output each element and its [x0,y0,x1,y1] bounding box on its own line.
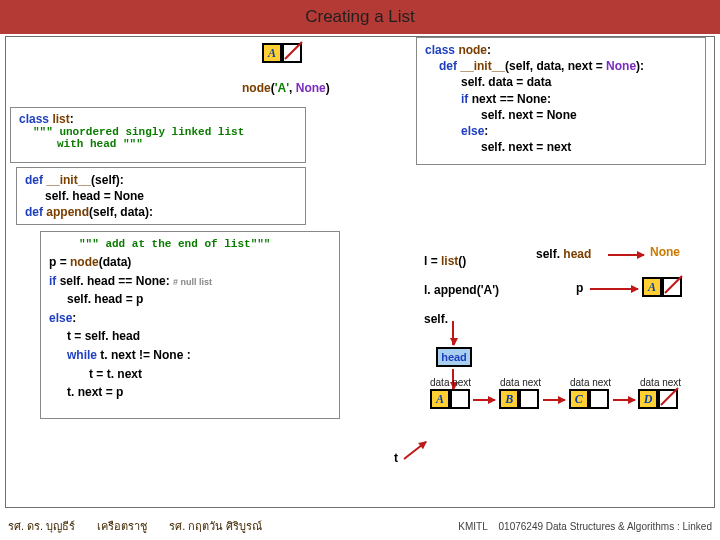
append-body-box: """ add at the end of list""" p = node(d… [40,231,340,419]
top-node-diagram: A [262,43,302,63]
node-class-box: class node: def __init__(self, data, nex… [416,37,706,165]
right-usage: l = list() l. append('A') self. [424,247,499,333]
head-box: head [436,347,472,367]
slide-title: Creating a List [0,0,720,34]
list-methods-box: def __init__(self): self. head = None de… [16,167,306,225]
list-class-box: class list: """ unordered singly linked … [10,107,306,163]
arrow-self-head [452,321,454,345]
selfhead-label: self. head [536,247,591,261]
t-label: t [394,451,398,465]
arrow-cd [613,399,635,401]
author2: เครือตราชู [97,517,147,535]
arrow-t [403,441,426,460]
p-label: p [576,281,583,295]
arrow-bc [543,399,565,401]
author1: รศ. ดร. บุญธีร์ [8,517,75,535]
arrow-p-node [590,288,638,290]
p-node: A [642,277,682,297]
footer: รศ. ดร. บุญธีร์ เครือตราชู รศ. กฤตวัน ศิ… [0,514,720,538]
slide-body: A node('A', None) class node: def __init… [5,36,715,508]
arrow-selfhead-none [608,254,644,256]
cell-a-right [282,43,302,63]
institution: KMITL [458,521,487,532]
none-label: None [650,245,680,259]
cell-a-left: A [262,43,282,63]
author3: รศ. กฤตวัน ศิริบูรณ์ [169,517,262,535]
top-call: node('A', None) [242,81,330,95]
course-code: 01076249 Data Structures & Algorithms : … [499,521,712,532]
arrow-ab [473,399,495,401]
